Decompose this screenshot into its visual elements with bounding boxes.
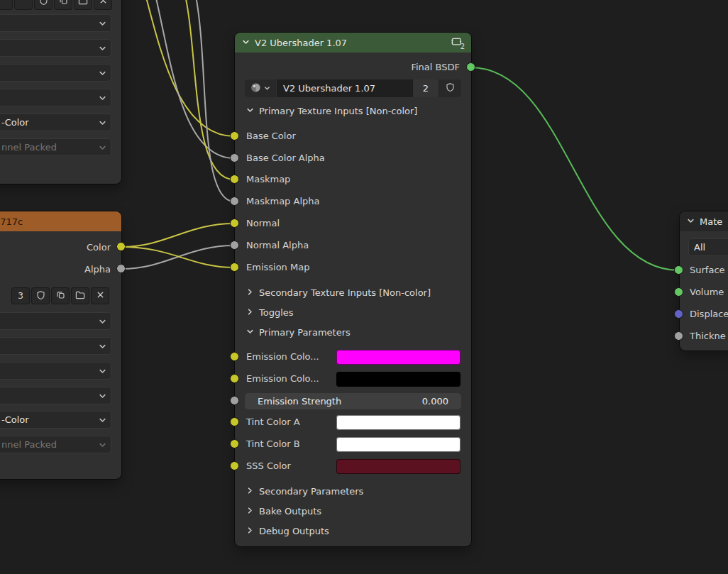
colorspace-dropdown[interactable]: -Color [0,411,111,429]
collapse-chevron-icon[interactable] [242,38,250,48]
socket-tint-color-b[interactable] [230,439,239,448]
socket-out-color[interactable] [116,242,126,251]
source-dropdown[interactable] [0,387,111,404]
section-secondary-texture-inputs[interactable]: Secondary Texture Inputs [Non-color] [246,284,431,301]
interpolation-dropdown[interactable] [0,14,111,32]
socket-normal-alpha[interactable] [230,241,239,250]
duplicate-button[interactable] [51,287,70,304]
fake-user-button[interactable] [31,287,50,304]
chevron-right-icon [246,506,254,517]
input-label: Surface [690,264,725,277]
section-toggles[interactable]: Toggles [246,304,294,321]
chevron-down-icon [99,94,106,104]
wire-final-bsdf-surface[interactable] [470,67,679,270]
section-primary-texture-inputs[interactable]: Primary Texture Inputs [Non-color] [246,102,417,119]
input-label: Volume [690,286,724,299]
extension-dropdown[interactable] [0,64,111,82]
chevron-right-icon [246,287,254,298]
emission-strength-slider[interactable]: Emission Strength 0.000 [245,393,461,409]
fake-user-button[interactable] [34,0,53,10]
group-fake-user-button[interactable] [439,79,461,97]
sss-color-swatch[interactable] [336,459,460,474]
projection-dropdown[interactable] [0,337,111,355]
section-label: Secondary Parameters [259,486,363,497]
socket-maskmap[interactable] [230,175,239,184]
slider-value: 0.000 [422,396,448,407]
socket-emission-color-a[interactable] [230,352,239,361]
unlink-button[interactable] [91,287,109,304]
chevron-down-icon [99,342,106,353]
output-label-alpha: Alpha [84,263,111,276]
socket-volume[interactable] [674,287,683,297]
chevron-right-icon [246,486,254,497]
open-image-button[interactable] [71,287,89,304]
image-users-button[interactable]: 3 [11,287,30,304]
texture-node-top[interactable]: -Color nnel Packed [0,0,121,184]
wire-normal[interactable] [121,223,234,247]
node-editor-canvas[interactable]: -Color nnel Packed 3717c Color Alpha 3 [0,0,728,574]
section-primary-parameters[interactable]: Primary Parameters [246,324,351,341]
socket-final-bsdf[interactable] [466,62,475,72]
alpha-mode-dropdown[interactable]: nnel Packed [0,138,111,156]
socket-emission-strength[interactable] [230,396,239,405]
image-users-button[interactable] [0,0,13,10]
socket-maskmap-alpha[interactable] [230,197,239,206]
output-label-color: Color [87,241,111,254]
browse-group-button[interactable] [245,79,276,97]
socket-base-color[interactable] [230,131,239,140]
group-users-count-button[interactable]: 2 [414,79,438,97]
section-debug-outputs[interactable]: Debug Outputs [246,522,329,539]
socket-base-color-alpha[interactable] [230,153,239,162]
socket-emission-color-b[interactable] [230,374,239,383]
emission-color-b-swatch[interactable] [336,372,460,387]
projection-dropdown[interactable] [0,39,111,57]
ubershader-header[interactable]: V2 Ubershader 1.07 2 [235,33,471,53]
socket-normal[interactable] [230,219,239,228]
group-name-field[interactable]: V2 Ubershader 1.07 [277,79,413,97]
section-bake-outputs[interactable]: Bake Outputs [246,502,321,519]
socket-tint-color-a[interactable] [230,417,239,426]
duplicate-button[interactable] [54,0,72,10]
material-output-header[interactable]: Mate [680,211,728,231]
input-label: Normal Alpha [246,239,309,252]
ubershader-node[interactable]: V2 Ubershader 1.07 2 Final BSDF V2 Ubers… [235,33,471,546]
source-dropdown[interactable] [0,89,111,106]
tint-color-b-swatch[interactable] [336,437,460,452]
target-value: All [694,242,705,253]
unlink-button[interactable] [94,0,112,10]
texture-node-header[interactable]: 3717c [0,211,121,231]
group-users-badge: 2 [460,43,465,50]
socket-emission-map[interactable] [230,263,239,272]
emission-color-a-swatch[interactable] [336,350,460,365]
socket-displacement[interactable] [674,309,683,319]
wire-normal-alpha[interactable] [121,245,234,269]
texture-node-3717c[interactable]: 3717c Color Alpha 3 -C [0,211,121,479]
chevron-down-icon [99,44,106,55]
socket-out-alpha[interactable] [116,264,126,273]
chevron-down-icon [99,367,106,377]
target-dropdown[interactable]: All [688,238,728,256]
chevron-down-icon [99,317,106,328]
socket-surface[interactable] [674,265,683,275]
interpolation-dropdown[interactable] [0,312,111,330]
socket-sss-color[interactable] [230,461,239,470]
param-label: SSS Color [246,460,291,473]
chevron-down-icon [99,143,106,154]
tint-color-a-swatch[interactable] [336,415,460,430]
shield-icon [36,290,45,302]
param-label: Tint Color B [246,438,300,451]
section-secondary-parameters[interactable]: Secondary Parameters [246,482,363,500]
material-output-node[interactable]: Mate All Surface Volume Displace Thickne [680,211,728,351]
wire-maskmap-alpha[interactable] [194,0,234,202]
extension-dropdown[interactable] [0,362,111,380]
socket-thickness[interactable] [674,331,683,341]
image-count-button[interactable] [14,0,33,10]
alpha-mode-value: nnel Packed [1,142,57,153]
open-image-button[interactable] [74,0,92,10]
collapse-chevron-icon[interactable] [687,216,695,227]
chevron-down-icon [99,19,106,30]
alpha-mode-dropdown[interactable]: nnel Packed [0,436,111,453]
colorspace-dropdown[interactable]: -Color [0,114,111,131]
input-label: Base Color Alpha [246,152,325,165]
shield-icon [446,82,455,94]
